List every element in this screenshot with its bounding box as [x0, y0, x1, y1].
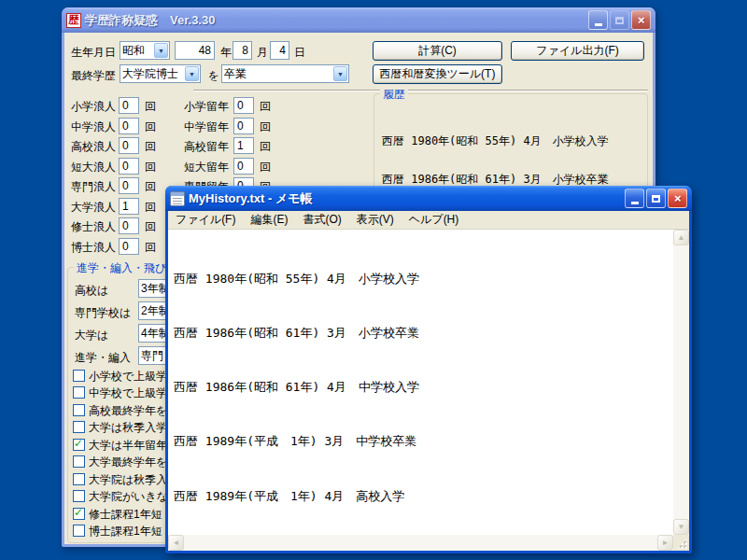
separator [193, 90, 648, 91]
checkbox-label[interactable]: 中学校で上級学 [89, 385, 167, 401]
ronin-input[interactable] [119, 97, 139, 114]
ronin-label: 短大浪人 [71, 160, 116, 175]
checkbox[interactable] [73, 404, 85, 416]
text-line: 西暦 1989年(平成 1年) 4月 高校入学 [174, 487, 673, 505]
menu-help[interactable]: ヘルプ(H) [402, 212, 467, 228]
chevron-down-icon[interactable]: ▼ [154, 43, 168, 58]
menu-edit[interactable]: 編集(E) [243, 212, 295, 228]
text-line: 西暦 1980年(昭和 55年) 4月 小学校入学 [174, 270, 673, 287]
horizontal-scrollbar[interactable]: ◄ ► [168, 535, 673, 551]
scroll-down-button[interactable]: ▼ [673, 519, 689, 535]
checkbox[interactable] [73, 455, 85, 468]
degree-value: 大学院博士 [120, 66, 184, 82]
close-icon: × [638, 14, 645, 26]
ronin-input[interactable] [119, 158, 139, 175]
birth-month-input[interactable] [233, 41, 252, 60]
birth-year-input[interactable] [175, 41, 215, 60]
checkbox[interactable] [73, 525, 85, 537]
final-edu-label: 最終学歴 [71, 68, 116, 84]
app-titlebar-buttons: × [588, 10, 651, 30]
ryunen-label: 小学留年 [184, 99, 229, 115]
ronin-label: 大学浪人 [71, 200, 116, 216]
ryunen-label: 高校留年 [184, 139, 229, 155]
notepad-titlebar[interactable]: MyHistory.txt - メモ帳 × [165, 186, 692, 211]
ronin-label: 博士浪人 [71, 240, 116, 256]
checkbox-label[interactable]: 大学院は秋季入 [89, 472, 167, 488]
ronin-input[interactable] [119, 118, 139, 134]
birth-day-input[interactable] [270, 41, 289, 60]
chevron-down-icon[interactable]: ▼ [185, 66, 199, 81]
ronin-label: 中学浪人 [71, 119, 116, 135]
chevron-down-icon[interactable]: ▼ [333, 66, 347, 81]
count-unit-label: 回 [260, 139, 271, 155]
ronin-label: 修士浪人 [71, 219, 116, 235]
particle-label: を [208, 68, 219, 84]
calculate-button[interactable]: 計算(C) [373, 41, 502, 61]
checkbox[interactable] [73, 490, 85, 502]
ronin-input[interactable] [119, 238, 139, 255]
menu-file[interactable]: ファイル(F) [168, 212, 243, 228]
app-minimize-button[interactable] [588, 10, 608, 30]
checkbox-label[interactable]: 大学院がいきな [89, 489, 168, 505]
scroll-right-button[interactable]: ► [657, 535, 673, 551]
notepad-close-button[interactable]: × [668, 189, 687, 208]
checkbox-label[interactable]: 小学校で上級学 [89, 369, 167, 385]
ronin-input[interactable] [119, 177, 139, 194]
ryunen-label: 中学留年 [184, 119, 229, 135]
maximize-icon [652, 195, 660, 203]
text-line: 西暦 1989年(平成 1年) 3月 中学校卒業 [174, 432, 673, 450]
count-unit-label: 回 [260, 119, 271, 135]
status-value: 卒業 [222, 66, 332, 82]
day-unit-label: 日 [294, 45, 305, 61]
file-output-button[interactable]: ファイル出力(F) [511, 41, 644, 61]
checkbox[interactable] [73, 386, 85, 399]
era-convert-tool-button[interactable]: 西暦和暦変換ツール(T) [373, 64, 502, 84]
app-close-button[interactable]: × [631, 10, 651, 30]
status-combobox[interactable]: 卒業 ▼ [221, 64, 349, 83]
text-line: 西暦 1986年(昭和 61年) 4月 中学校入学 [174, 378, 673, 396]
ronin-input[interactable] [119, 137, 139, 154]
checkbox[interactable] [73, 370, 85, 382]
ryunen-input[interactable] [233, 158, 254, 175]
era-combobox[interactable]: 昭和 ▼ [120, 41, 170, 60]
checkbox[interactable] [73, 473, 85, 485]
menu-format[interactable]: 書式(O) [295, 212, 348, 228]
checkbox-label[interactable]: 大学最終学年を [89, 455, 167, 470]
ryunen-input[interactable] [233, 118, 254, 134]
checkbox-label[interactable]: 博士課程1年短 [89, 524, 162, 539]
ronin-input[interactable] [119, 198, 139, 215]
ronin-label: 専門浪人 [71, 179, 116, 195]
checkbox-checked[interactable] [73, 508, 85, 520]
checkbox[interactable] [73, 421, 85, 433]
degree-combobox[interactable]: 大学院博士 ▼ [120, 64, 201, 83]
minimize-icon [595, 23, 602, 26]
scroll-up-button[interactable]: ▲ [673, 230, 689, 245]
checkbox-label[interactable]: 大学は秋季入学 [89, 420, 167, 436]
checkbox-label[interactable]: 大学は半年留年 [89, 438, 167, 454]
year-unit-label: 年 [220, 45, 232, 61]
resize-corner[interactable] [673, 535, 689, 551]
ronin-label: 高校浪人 [71, 139, 116, 155]
notepad-maximize-button[interactable] [646, 189, 666, 208]
count-unit-label: 回 [145, 179, 156, 195]
checkbox-label[interactable]: 修士課程1年短 [89, 507, 162, 523]
ryunen-input[interactable] [233, 137, 254, 154]
checkbox-checked[interactable] [73, 439, 85, 451]
count-unit-label: 回 [145, 219, 156, 235]
field-label: 専門学校は [75, 305, 131, 321]
notepad-icon [170, 191, 185, 206]
ryunen-input[interactable] [233, 97, 254, 114]
app-titlebar[interactable]: 歴 学歴詐称疑惑 Ver.3.30 × [62, 7, 655, 33]
notepad-window: MyHistory.txt - メモ帳 × ファイル(F) 編集(E) 書式(O… [165, 186, 692, 553]
count-unit-label: 回 [145, 200, 156, 216]
vertical-scrollbar[interactable]: ▲ ▼ [673, 230, 689, 535]
scroll-left-button[interactable]: ◄ [168, 535, 184, 551]
ryunen-label: 短大留年 [184, 160, 229, 175]
app-maximize-button[interactable] [610, 10, 629, 30]
checkbox-label[interactable]: 高校最終学年を [89, 403, 167, 419]
notepad-text-area[interactable]: 西暦 1980年(昭和 55年) 4月 小学校入学 西暦 1986年(昭和 61… [169, 230, 673, 535]
menu-view[interactable]: 表示(V) [349, 212, 402, 228]
app-icon: 歴 [66, 13, 81, 28]
notepad-minimize-button[interactable] [625, 189, 644, 208]
ronin-input[interactable] [119, 217, 139, 234]
